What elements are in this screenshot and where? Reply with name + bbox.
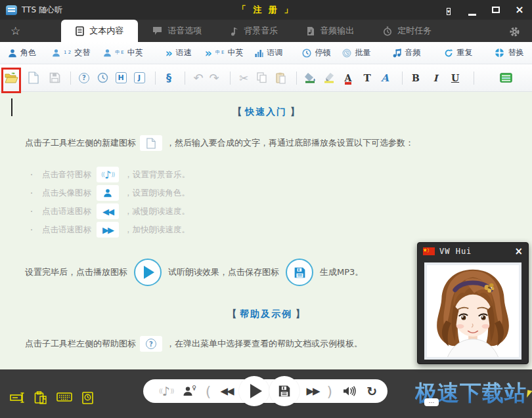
audio-button[interactable]: 音频 (393, 47, 420, 58)
tab-voice-options[interactable]: 语音选项 (138, 20, 216, 42)
italic-button[interactable]: I (428, 70, 443, 86)
speech-bubble-icon (152, 26, 162, 35)
minimize-button[interactable] (466, 6, 478, 14)
tab-label: 文本内容 (89, 25, 123, 37)
playback-bar: ((♪)) ♀ ( ◀◀ ▶▶ ) ↻ (143, 379, 388, 403)
speed-button[interactable]: » 语速 (166, 47, 192, 58)
clock-icon (302, 49, 311, 58)
help-button[interactable]: ? (76, 70, 92, 86)
intonation-button[interactable]: 语调 (255, 47, 282, 58)
inline-save-circle-icon (286, 259, 313, 286)
role-bilingual-button[interactable]: 中 E 中英 (103, 47, 143, 58)
redo-icon: ↷ (209, 71, 219, 85)
save-mp3-button[interactable] (269, 376, 299, 406)
history-button[interactable] (95, 70, 110, 86)
font-size-button[interactable]: A (377, 70, 393, 86)
copy-pages-icon (257, 72, 267, 83)
hotkey-j-button[interactable]: J (131, 70, 147, 86)
speaker-icon (343, 386, 356, 396)
tray-button[interactable]: ▾ (443, 6, 454, 14)
font-color-icon: A (345, 73, 352, 83)
voice-role-button[interactable]: ♀ (183, 386, 196, 396)
save-button[interactable] (47, 70, 62, 86)
replace-label: 替换 (508, 47, 523, 58)
title-bar: TTS 随心听 「 注 册 」 ▾ × (0, 0, 532, 20)
separator (402, 72, 403, 85)
batch-label: 批量 (355, 47, 370, 58)
inline-help-icon: ? (140, 336, 162, 352)
paragraph-new-doc: 点击子工具栏左侧的新建图标 ，然后输入要合成的文字，再通过底部播放条设置以下可选… (25, 135, 532, 151)
favorite-star-icon[interactable]: ☆ (11, 24, 20, 37)
cut-button[interactable]: ✂ (236, 70, 252, 86)
inline-fast-forward-icon: ▶▶ (97, 222, 119, 238)
hotkey-h-icon: H (116, 72, 127, 83)
hotkey-h-button[interactable]: H (113, 70, 129, 86)
speed-up-button[interactable]: ▶▶ (306, 385, 319, 397)
tab-audio-output[interactable]: 音频输出 (292, 20, 368, 42)
redo-button[interactable]: ↷ (206, 70, 222, 86)
bgm-toggle-button[interactable]: ((♪)) (159, 384, 173, 398)
speed-bilingual-button[interactable]: » 中 E 中英 (205, 47, 244, 58)
paragraph-button[interactable]: § (161, 70, 177, 86)
tab-label: 背景音乐 (244, 25, 278, 37)
highlight-button[interactable] (321, 70, 337, 86)
tab-timer-tasks[interactable]: 定时任务 (368, 20, 446, 42)
role-label: 角色 (20, 47, 36, 58)
role-button[interactable]: 角色 (8, 47, 36, 58)
tab-bar: ☆ 文本内容 语音选项 背景音乐 音频输出 (0, 20, 532, 42)
maximize-button[interactable] (490, 6, 502, 14)
paste-clipboard-icon (276, 72, 286, 84)
play-icon (250, 384, 262, 398)
paste-button[interactable] (273, 70, 288, 86)
tab-background-music[interactable]: 背景音乐 (216, 20, 292, 42)
tab-text-content[interactable]: 文本内容 (61, 20, 138, 42)
audio-file-icon (307, 26, 315, 36)
close-button[interactable]: × (514, 5, 525, 15)
undo-button[interactable]: ↶ (190, 70, 206, 86)
replace-button[interactable]: 替换 (495, 47, 523, 58)
slow-down-button[interactable]: ◀◀ (220, 385, 233, 397)
maximize-icon (492, 7, 500, 13)
alternate-tag: 1 2 (64, 51, 71, 55)
new-document-button[interactable] (26, 70, 41, 86)
copy-button[interactable] (254, 70, 270, 86)
intonation-label: 语调 (267, 47, 282, 58)
highlight-annotation-box (1, 68, 21, 93)
tab-label: 语音选项 (167, 25, 202, 37)
audio-label: 音频 (405, 47, 420, 58)
replace-target-icon (495, 48, 504, 58)
document-icon (76, 26, 84, 36)
repeat-button[interactable]: 重复 (444, 47, 472, 58)
watermark-bubble-decoration: … (424, 398, 439, 406)
inline-person-icon (97, 185, 119, 201)
inline-rewind-icon: ◀◀ (97, 203, 119, 219)
schedule-doc-icon[interactable] (81, 391, 94, 405)
bold-button[interactable]: B (408, 70, 424, 86)
capture-tool-icon[interactable] (9, 391, 25, 404)
window-controls: ▾ × (443, 0, 525, 20)
keyboard-icon[interactable] (56, 391, 72, 402)
settings-gear-icon[interactable] (509, 26, 520, 37)
repeat-button[interactable]: ↻ (366, 384, 377, 398)
fill-color-button[interactable] (302, 70, 318, 86)
bilingual-tag: 中 E (115, 51, 124, 55)
alternate-button[interactable]: 1 2 交替 (52, 47, 90, 58)
stopwatch-icon (383, 26, 392, 36)
alternate-label: 交替 (74, 47, 90, 58)
clipboard-paste-icon[interactable] (34, 391, 47, 405)
underline-button[interactable]: U (447, 70, 463, 86)
separator (296, 72, 297, 85)
voice-character-panel[interactable]: VW Hui × (417, 242, 529, 364)
speed-bilingual-tag: 中 E (215, 51, 225, 55)
batch-button[interactable]: 批量 (342, 47, 370, 58)
italic-icon: I (433, 73, 438, 83)
play-button[interactable] (239, 376, 269, 406)
character-panel-titlebar[interactable]: VW Hui × (418, 243, 528, 260)
pause-button[interactable]: 停顿 (302, 47, 330, 58)
paren-decoration: ( (206, 383, 211, 400)
volume-button[interactable] (343, 386, 356, 396)
character-panel-close-icon[interactable]: × (514, 245, 523, 257)
font-family-button[interactable]: T (359, 70, 375, 86)
table-button[interactable] (498, 70, 514, 86)
font-color-button[interactable]: A (340, 70, 356, 86)
